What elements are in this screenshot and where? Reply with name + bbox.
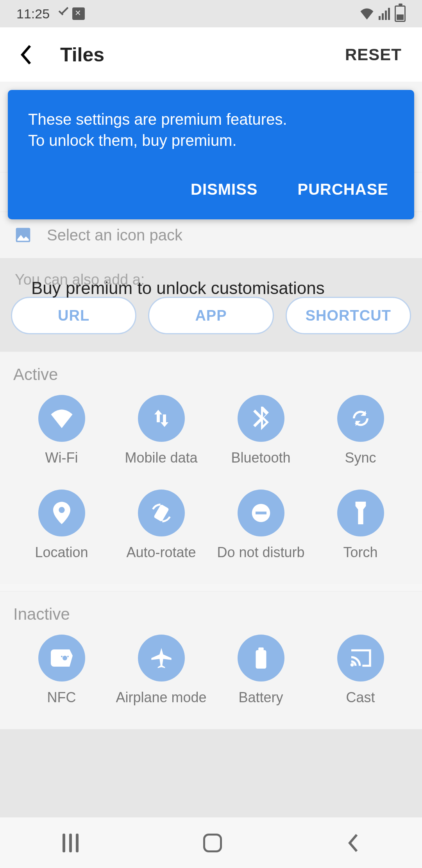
svg-point-9	[350, 663, 354, 667]
add-app-chip[interactable]: APP	[148, 297, 274, 334]
active-header: Active	[13, 365, 410, 384]
svg-point-6	[67, 656, 69, 657]
app-bar: Tiles RESET	[0, 27, 422, 82]
tile-nfc[interactable]: NFC	[12, 635, 111, 706]
battery-icon	[238, 635, 284, 681]
banner-text: These settings are premium features. To …	[28, 109, 394, 151]
nav-home-button[interactable]	[203, 834, 222, 852]
tile-label: Cast	[346, 689, 375, 706]
tile-airplane[interactable]: Airplane mode	[111, 635, 211, 706]
tile-label: Torch	[343, 544, 377, 561]
nav-recents-button[interactable]	[63, 834, 79, 852]
tile-label: Mobile data	[125, 450, 197, 466]
location-pin-icon	[38, 490, 85, 536]
premium-banner: These settings are premium features. To …	[8, 90, 414, 219]
tile-bluetooth[interactable]: Bluetooth	[211, 395, 311, 466]
icon-pack-label: Select an icon pack	[47, 226, 182, 244]
add-row: You can also add a: Buy premium to unloc…	[0, 258, 422, 352]
content: These settings are premium features. To …	[0, 82, 422, 729]
navigation-bar	[0, 817, 422, 868]
close-icon	[72, 7, 85, 20]
check-icon	[57, 8, 68, 19]
status-bar: 11:25	[0, 0, 422, 27]
status-notif-icons	[57, 7, 85, 20]
banner-line1: These settings are premium features.	[28, 109, 394, 130]
banner-line2: To unlock them, buy premium.	[28, 130, 394, 151]
tile-torch[interactable]: Torch	[311, 490, 410, 561]
svg-rect-3	[256, 512, 266, 515]
tile-wifi[interactable]: Wi-Fi	[12, 395, 111, 466]
tile-label: Bluetooth	[231, 450, 290, 466]
data-arrows-icon	[138, 395, 185, 442]
svg-rect-7	[256, 650, 266, 669]
sync-icon	[337, 395, 384, 442]
svg-point-4	[63, 656, 67, 660]
rotate-icon	[138, 490, 185, 536]
nav-back-button[interactable]	[347, 834, 359, 852]
tile-label: Do not disturb	[217, 544, 304, 561]
tile-battery[interactable]: Battery	[211, 635, 311, 706]
tile-label: NFC	[47, 689, 76, 706]
inactive-header: Inactive	[13, 605, 410, 624]
dnd-icon	[238, 490, 284, 536]
nfc-tag-icon	[38, 635, 85, 681]
status-time: 11:25	[16, 6, 50, 22]
cast-icon	[337, 635, 384, 681]
battery-icon	[395, 5, 406, 22]
reset-button[interactable]: RESET	[340, 41, 406, 69]
torch-icon	[337, 490, 384, 536]
page-title: Tiles	[60, 43, 104, 66]
status-system-icons	[360, 5, 406, 22]
tile-label: Airplane mode	[116, 689, 206, 706]
tile-label: Wi-Fi	[45, 450, 78, 466]
dismiss-button[interactable]: DISMISS	[188, 177, 260, 202]
add-shortcut-chip[interactable]: SHORTCUT	[286, 297, 411, 334]
tile-mobile-data[interactable]: Mobile data	[111, 395, 211, 466]
image-icon	[14, 226, 32, 244]
add-url-chip[interactable]: URL	[11, 297, 136, 334]
tile-auto-rotate[interactable]: Auto-rotate	[111, 490, 211, 561]
bluetooth-icon	[238, 395, 284, 442]
premium-tooltip: Buy premium to unlock customisations	[31, 278, 325, 298]
purchase-button[interactable]: PURCHASE	[295, 177, 391, 202]
tile-location[interactable]: Location	[12, 490, 111, 561]
inactive-section: Inactive NFC Airplane mode Battery	[0, 591, 422, 729]
active-section: Active Wi-Fi Mobile data Bluetooth	[0, 352, 422, 584]
wifi-icon	[38, 395, 85, 442]
tile-cast[interactable]: Cast	[311, 635, 410, 706]
wifi-icon	[360, 8, 374, 20]
signal-icon	[379, 7, 390, 20]
tile-label: Battery	[238, 689, 283, 706]
tile-dnd[interactable]: Do not disturb	[211, 490, 311, 561]
svg-rect-8	[258, 647, 264, 651]
back-button[interactable]	[16, 41, 37, 69]
tile-sync[interactable]: Sync	[311, 395, 410, 466]
tile-label: Location	[35, 544, 88, 561]
airplane-icon	[138, 635, 185, 681]
tile-label: Auto-rotate	[126, 544, 196, 561]
tile-label: Sync	[345, 450, 376, 466]
svg-point-5	[61, 656, 63, 657]
